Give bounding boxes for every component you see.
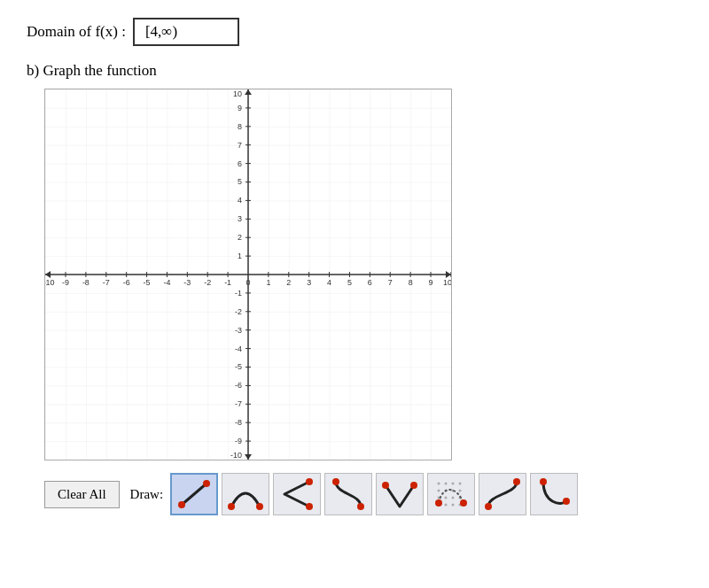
draw-tools xyxy=(170,473,578,515)
angle-draw-tool[interactable] xyxy=(273,473,321,515)
svg-text:8: 8 xyxy=(409,278,413,287)
svg-point-87 xyxy=(203,480,210,487)
line-draw-tool[interactable] xyxy=(170,473,218,515)
svg-text:-7: -7 xyxy=(103,278,110,287)
svg-point-89 xyxy=(256,503,263,510)
checkmark-draw-tool[interactable] xyxy=(376,473,424,515)
svg-text:7: 7 xyxy=(388,278,393,287)
svg-point-112 xyxy=(435,499,442,507)
svg-text:-4: -4 xyxy=(163,278,170,287)
dotted-draw-tool[interactable] xyxy=(427,473,475,515)
svg-point-113 xyxy=(460,499,467,507)
svg-text:6: 6 xyxy=(238,159,242,168)
svg-point-116 xyxy=(540,478,547,485)
hook-draw-tool[interactable] xyxy=(530,473,578,515)
svg-point-110 xyxy=(452,504,455,507)
draw-label: Draw: xyxy=(130,487,164,502)
svg-text:-7: -7 xyxy=(235,399,242,408)
svg-point-96 xyxy=(438,483,440,485)
svg-text:3: 3 xyxy=(238,214,242,223)
svg-point-92 xyxy=(332,478,339,485)
svg-text:-4: -4 xyxy=(235,344,242,353)
clear-all-button[interactable]: Clear All xyxy=(44,481,120,508)
svg-text:5: 5 xyxy=(347,278,352,287)
svg-text:9: 9 xyxy=(238,104,242,112)
svg-text:-1: -1 xyxy=(224,278,231,287)
svg-text:2: 2 xyxy=(286,278,291,287)
svg-text:7: 7 xyxy=(238,141,242,150)
svg-point-88 xyxy=(228,503,235,510)
svg-text:-3: -3 xyxy=(235,326,242,335)
svg-text:-6: -6 xyxy=(235,381,242,390)
svg-text:-1: -1 xyxy=(235,289,242,298)
svg-point-94 xyxy=(382,482,389,489)
svg-text:-5: -5 xyxy=(144,278,151,287)
svg-point-109 xyxy=(445,504,448,507)
svg-text:-5: -5 xyxy=(235,362,242,371)
graph-canvas[interactable]: 0 1 2 3 4 5 6 7 8 9 10 -1 -2 -3 -4 -5 -6… xyxy=(44,89,452,460)
svg-text:-3: -3 xyxy=(183,278,191,287)
svg-text:5: 5 xyxy=(238,177,242,186)
svg-text:3: 3 xyxy=(307,278,311,287)
svg-text:-2: -2 xyxy=(235,307,242,316)
svg-point-103 xyxy=(459,490,462,492)
svg-point-106 xyxy=(452,497,455,499)
svg-point-95 xyxy=(410,482,417,489)
svg-point-93 xyxy=(357,503,364,510)
svg-text:2: 2 xyxy=(238,233,242,242)
svg-text:-8: -8 xyxy=(82,278,90,287)
svg-point-86 xyxy=(178,501,185,508)
svg-text:9: 9 xyxy=(429,278,433,287)
svg-text:10: 10 xyxy=(233,89,242,98)
svg-text:1: 1 xyxy=(238,251,242,260)
wave-draw-tool[interactable] xyxy=(479,473,526,515)
toolbar: Clear All Draw: xyxy=(44,473,682,515)
svg-text:8: 8 xyxy=(238,122,242,131)
svg-point-97 xyxy=(445,483,448,485)
svg-line-85 xyxy=(182,484,206,505)
svg-text:-2: -2 xyxy=(204,278,211,287)
svg-point-117 xyxy=(563,498,570,505)
svg-text:4: 4 xyxy=(327,278,331,287)
svg-point-99 xyxy=(459,483,462,485)
arch-draw-tool[interactable] xyxy=(222,473,269,515)
graph-svg: 0 1 2 3 4 5 6 7 8 9 10 -1 -2 -3 -4 -5 -6… xyxy=(45,89,451,460)
svg-text:6: 6 xyxy=(368,278,372,287)
svg-text:-6: -6 xyxy=(123,278,130,287)
svg-text:-8: -8 xyxy=(235,418,242,427)
svg-point-90 xyxy=(306,478,313,485)
svg-point-98 xyxy=(452,483,455,485)
svg-text:10: 10 xyxy=(443,278,451,287)
graph-label: b) Graph the function xyxy=(27,62,682,80)
graph-area: 0 1 2 3 4 5 6 7 8 9 10 -1 -2 -3 -4 -5 -6… xyxy=(44,89,682,460)
domain-value: [4,∞) xyxy=(133,18,239,46)
svg-point-91 xyxy=(306,503,313,510)
svg-point-100 xyxy=(438,490,440,492)
svg-text:0: 0 xyxy=(246,278,251,287)
svg-text:-9: -9 xyxy=(62,278,69,287)
svg-text:-9: -9 xyxy=(235,437,242,445)
svg-text:-10: -10 xyxy=(45,278,55,287)
svg-text:4: 4 xyxy=(238,196,242,205)
svg-text:1: 1 xyxy=(266,278,270,287)
domain-row: Domain of f(x) : [4,∞) xyxy=(27,18,682,46)
scurve-draw-tool[interactable] xyxy=(324,473,372,515)
domain-label: Domain of f(x) : xyxy=(27,23,126,41)
svg-point-105 xyxy=(445,497,448,499)
svg-text:-10: -10 xyxy=(230,451,242,460)
svg-point-115 xyxy=(513,478,520,485)
svg-point-114 xyxy=(485,503,492,510)
